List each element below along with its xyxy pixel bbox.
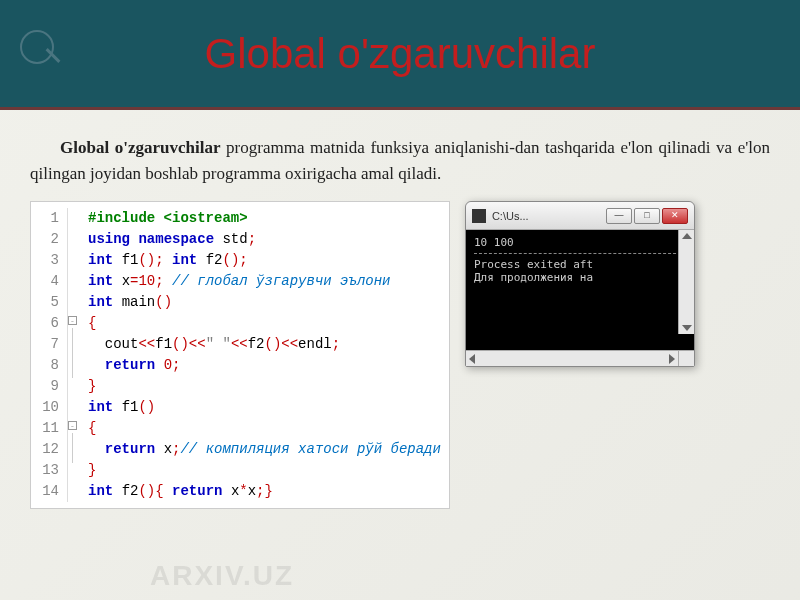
code-lines: #include <iostream>using namespace std;i…: [82, 208, 441, 502]
line-number: 10: [39, 397, 59, 418]
line-number: 7: [39, 334, 59, 355]
code-line: int f1(): [88, 397, 441, 418]
line-number: 13: [39, 460, 59, 481]
line-number: 14: [39, 481, 59, 502]
code-line: int x=10; // глобал ўзгарувчи эълони: [88, 271, 441, 292]
vertical-scrollbar[interactable]: [678, 230, 694, 334]
code-area: 1234567891011121314 - - #include <iostre…: [30, 201, 770, 509]
fold-line: [72, 328, 73, 378]
horizontal-scrollbar[interactable]: [466, 350, 694, 366]
console-title: C:\Us...: [492, 210, 606, 222]
console-body: 10 100 Process exited aft Для продолжени…: [466, 230, 694, 350]
code-line: #include <iostream>: [88, 208, 441, 229]
console-output-line: Process exited aft: [474, 258, 686, 271]
magnifier-icon: [20, 30, 70, 80]
code-editor: 1234567891011121314 - - #include <iostre…: [30, 201, 450, 509]
resize-grip[interactable]: [678, 350, 694, 366]
line-number: 12: [39, 439, 59, 460]
description-paragraph: Global o'zgaruvchilar programma matnida …: [30, 135, 770, 186]
slide-content: Global o'zgaruvchilar programma matnida …: [0, 110, 800, 519]
console-output-line: Для продолжения на: [474, 271, 686, 284]
line-number-gutter: 1234567891011121314: [39, 208, 68, 502]
paragraph-bold: Global o'zgaruvchilar: [60, 138, 221, 157]
line-number: 4: [39, 271, 59, 292]
code-line: return 0;: [88, 355, 441, 376]
slide-header: Global o'zgaruvchilar: [0, 0, 800, 110]
console-app-icon: [472, 209, 486, 223]
code-line: {: [88, 418, 441, 439]
line-number: 11: [39, 418, 59, 439]
code-line: }: [88, 376, 441, 397]
close-button[interactable]: [662, 208, 688, 224]
minimize-button[interactable]: [606, 208, 632, 224]
line-number: 5: [39, 292, 59, 313]
slide-title: Global o'zgaruvchilar: [205, 30, 596, 78]
line-number: 2: [39, 229, 59, 250]
code-line: int main(): [88, 292, 441, 313]
code-line: {: [88, 313, 441, 334]
line-number: 6: [39, 313, 59, 334]
code-line: }: [88, 460, 441, 481]
code-line: using namespace std;: [88, 229, 441, 250]
code-line: return x;// компиляция хатоси рўй беради: [88, 439, 441, 460]
console-output-line: 10 100: [474, 236, 686, 249]
line-number: 8: [39, 355, 59, 376]
maximize-button[interactable]: [634, 208, 660, 224]
code-line: int f1(); int f2();: [88, 250, 441, 271]
fold-minus-icon: -: [68, 421, 77, 430]
line-number: 1: [39, 208, 59, 229]
line-number: 9: [39, 376, 59, 397]
line-number: 3: [39, 250, 59, 271]
code-line: int f2(){ return x*x;}: [88, 481, 441, 502]
window-buttons: [606, 208, 688, 224]
console-divider: [474, 253, 686, 254]
fold-column: - -: [68, 208, 82, 502]
console-window: C:\Us... 10 100 Process exited aft Для п…: [465, 201, 695, 367]
console-titlebar: C:\Us...: [466, 202, 694, 230]
code-line: cout<<f1()<<" "<<f2()<<endl;: [88, 334, 441, 355]
fold-line: [72, 433, 73, 463]
fold-minus-icon: -: [68, 316, 77, 325]
